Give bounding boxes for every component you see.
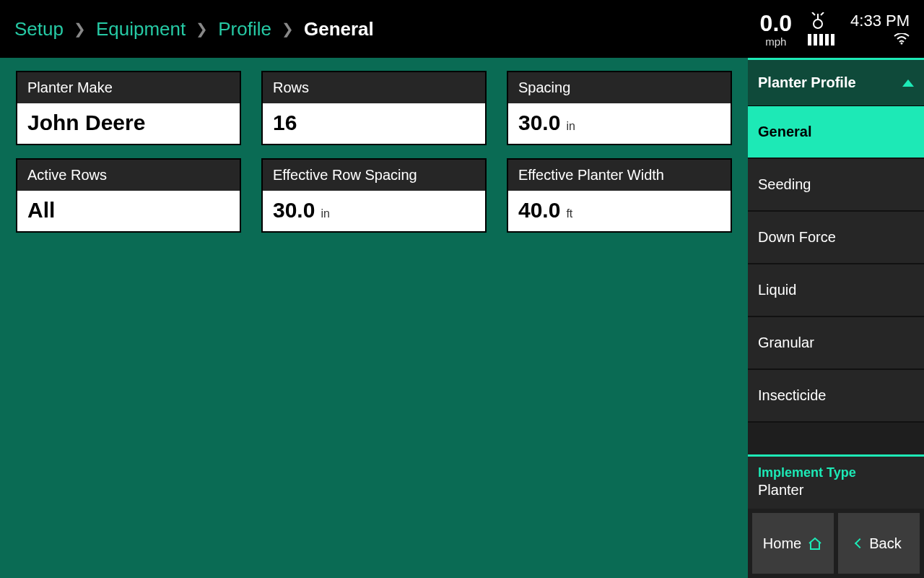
bottom-buttons: Home Back — [748, 509, 924, 578]
sidebar-header-label: Planter Profile — [758, 74, 856, 91]
sidebar-item-label: General — [758, 124, 811, 139]
field-value: All — [17, 191, 240, 231]
field-label: Effective Planter Width — [508, 160, 731, 191]
satellite-icon — [808, 12, 828, 31]
field-value-text: 40.0 — [518, 198, 560, 223]
speed-unit: mph — [760, 36, 792, 47]
sidebar: Planter Profile GeneralSeedingDown Force… — [748, 58, 924, 578]
sidebar-item-down-force[interactable]: Down Force — [748, 212, 924, 264]
breadcrumb-sep: ❯ — [282, 20, 294, 38]
field-effective-planter-width[interactable]: Effective Planter Width 40.0 ft — [507, 158, 732, 233]
home-button[interactable]: Home — [752, 513, 834, 574]
breadcrumb-sep: ❯ — [74, 20, 86, 38]
field-value-text: All — [27, 198, 55, 223]
topbar: Setup ❯ Equipment ❯ Profile ❯ General 0.… — [0, 0, 924, 58]
gps-indicator — [808, 12, 834, 46]
status-area: 0.0 mph 4:33 PM — [760, 12, 910, 47]
field-planter-make[interactable]: Planter Make John Deere — [16, 71, 241, 145]
field-value-text: 30.0 — [518, 111, 560, 135]
field-value: 16 — [263, 103, 485, 144]
field-effective-row-spacing[interactable]: Effective Row Spacing 30.0 in — [261, 158, 487, 233]
sidebar-item-label: Insecticide — [758, 387, 827, 403]
breadcrumb-equipment[interactable]: Equipment — [96, 18, 186, 40]
breadcrumb-profile[interactable]: Profile — [218, 18, 271, 40]
field-unit: in — [321, 207, 329, 220]
sidebar-item-label: Down Force — [758, 229, 836, 245]
sidebar-item-label: Liquid — [758, 282, 796, 298]
sidebar-item-insecticide[interactable]: Insecticide — [748, 370, 924, 423]
home-button-label: Home — [763, 535, 801, 552]
field-unit: ft — [566, 207, 572, 220]
field-value-text: 30.0 — [273, 198, 315, 223]
main-panel: Planter Make John Deere Rows 16 Spacing … — [0, 58, 748, 578]
field-value: John Deere — [17, 103, 240, 144]
signal-bars-icon — [808, 34, 834, 46]
sidebar-list: GeneralSeedingDown ForceLiquidGranularIn… — [748, 106, 924, 423]
clock: 4:33 PM — [850, 13, 910, 45]
sidebar-item-granular[interactable]: Granular — [748, 317, 924, 370]
sidebar-header-planter-profile[interactable]: Planter Profile — [748, 60, 924, 106]
svg-point-1 — [901, 43, 903, 45]
home-icon — [807, 536, 823, 551]
field-label: Spacing — [508, 72, 731, 103]
svg-point-0 — [814, 20, 822, 28]
breadcrumb-setup[interactable]: Setup — [14, 18, 64, 40]
field-value-text: John Deere — [27, 111, 145, 135]
time-value: 4:33 PM — [850, 13, 910, 29]
sidebar-item-label: Granular — [758, 335, 814, 350]
sidebar-item-general[interactable]: General — [748, 106, 924, 159]
back-button[interactable]: Back — [838, 513, 920, 574]
field-label: Active Rows — [17, 160, 240, 191]
field-value-text: 16 — [273, 111, 297, 135]
field-unit: in — [566, 120, 575, 133]
speed-indicator: 0.0 mph — [760, 12, 792, 47]
back-button-label: Back — [869, 535, 901, 552]
breadcrumb: Setup ❯ Equipment ❯ Profile ❯ General — [14, 18, 374, 40]
field-active-rows[interactable]: Active Rows All — [16, 158, 241, 233]
field-label: Effective Row Spacing — [263, 160, 485, 191]
chevron-up-icon — [902, 79, 914, 87]
implement-type-label: Implement Type — [758, 465, 914, 480]
field-label: Rows — [263, 72, 485, 103]
implement-type-box[interactable]: Implement Type Planter — [748, 454, 924, 509]
field-value: 30.0 in — [263, 191, 485, 231]
breadcrumb-current: General — [304, 18, 374, 40]
speed-value: 0.0 — [760, 12, 792, 35]
chevron-left-icon — [855, 538, 865, 548]
wifi-icon — [850, 33, 910, 45]
field-value: 40.0 ft — [508, 191, 731, 231]
field-spacing[interactable]: Spacing 30.0 in — [507, 71, 732, 145]
sidebar-item-seeding[interactable]: Seeding — [748, 159, 924, 212]
implement-type-value: Planter — [758, 482, 914, 499]
field-value: 30.0 in — [508, 103, 731, 144]
field-label: Planter Make — [17, 72, 240, 103]
sidebar-item-liquid[interactable]: Liquid — [748, 264, 924, 317]
sidebar-item-label: Seeding — [758, 176, 811, 192]
breadcrumb-sep: ❯ — [196, 20, 208, 38]
field-rows[interactable]: Rows 16 — [261, 71, 487, 145]
